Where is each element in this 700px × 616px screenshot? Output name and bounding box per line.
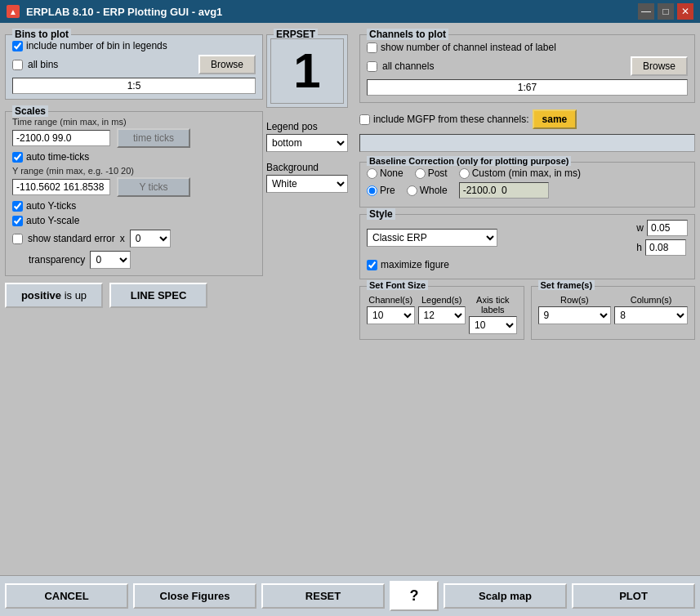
channels-value-input[interactable] [367, 79, 688, 96]
window-controls: — □ ✕ [638, 3, 693, 20]
frame-size-cols: Row(s) 9124 Column(s) 8124 [538, 295, 689, 324]
none-label: None [380, 167, 404, 179]
font-size-title: Set Font Size [367, 280, 428, 290]
all-bins-label: all bins [28, 59, 58, 70]
frame-size-title: Set frame(s) [538, 280, 595, 290]
time-range-row: time ticks [12, 128, 256, 148]
w-label: w [636, 222, 644, 234]
cancel-button[interactable]: CANCEL [5, 583, 128, 609]
all-channels-checkbox[interactable] [367, 61, 377, 72]
line-spec-button[interactable]: LINE SPEC [109, 283, 207, 308]
auto-y-scale-checkbox[interactable] [12, 216, 23, 226]
same-button[interactable]: same [533, 109, 577, 129]
style-select[interactable]: Classic ERP Butterfly Topo [367, 229, 497, 247]
post-radio-item: Post [415, 167, 448, 179]
whole-radio[interactable] [407, 185, 417, 196]
bins-browse-button[interactable]: Browse [198, 55, 256, 74]
rows-select[interactable]: 9124 [538, 306, 612, 324]
custom-radio[interactable] [459, 168, 470, 179]
scales-title: Scales [12, 105, 48, 117]
maximize-button[interactable]: □ [658, 3, 674, 20]
channels-font-select[interactable]: 1081214 [367, 306, 415, 324]
scalp-map-button[interactable]: Scalp map [444, 583, 567, 609]
baseline-group: Baseline Correction (only for plotting p… [359, 162, 695, 208]
mgfp-checkbox[interactable] [359, 114, 370, 125]
include-number-label: include number of bin in legends [26, 40, 167, 51]
std-x-label: x [120, 233, 125, 244]
baseline-radio-row1: None Post Custom (min max, in ms) [367, 167, 688, 179]
style-select-row: Classic ERP Butterfly Topo w h [367, 220, 688, 256]
maximize-figure-checkbox[interactable] [367, 260, 377, 270]
all-channels-label: all channels [382, 60, 434, 72]
post-radio[interactable] [415, 168, 426, 179]
columns-select[interactable]: 8124 [614, 306, 688, 324]
channels-font-label: Channel(s) [367, 295, 415, 305]
reset-button[interactable]: RESET [261, 583, 385, 609]
close-figures-button[interactable]: Close Figures [133, 583, 256, 609]
positive-rest: is up [61, 289, 87, 301]
mgfp-input[interactable] [359, 134, 695, 152]
auto-time-ticks-label: auto time-ticks [26, 151, 89, 163]
pre-radio[interactable] [367, 185, 377, 196]
none-radio-item: None [367, 167, 404, 179]
transparency-label: transparency [29, 254, 85, 266]
rows-label: Row(s) [538, 295, 612, 305]
transparency-select[interactable]: 0 [90, 251, 131, 269]
include-number-checkbox[interactable] [12, 41, 23, 51]
channels-browse-button[interactable]: Browse [631, 56, 688, 76]
auto-y-ticks-row: auto Y-ticks [12, 200, 256, 212]
auto-y-ticks-checkbox[interactable] [12, 201, 23, 212]
show-number-label: show number of channel instead of label [381, 42, 556, 53]
erpset-group: ERPSET 1 [266, 34, 348, 108]
bins-value-input[interactable]: 1:5 [12, 78, 256, 94]
bottom-bar: CANCEL Close Figures RESET ? Scalp map P… [0, 575, 700, 616]
action-buttons-row: positive is up LINE SPEC [5, 283, 263, 308]
all-channels-row: all channels Browse [367, 56, 688, 76]
window-title: ERPLAB 8.10 - ERP Plotting GUI - avg1 [26, 6, 222, 18]
h-item: h [636, 239, 688, 256]
close-button[interactable]: ✕ [677, 3, 693, 20]
std-x-select[interactable]: 0 [130, 230, 171, 248]
channels-font-col: Channel(s) 1081214 [367, 295, 415, 334]
wh-inputs: w h [636, 220, 688, 256]
columns-col: Column(s) 8124 [614, 295, 688, 324]
auto-time-ticks-checkbox[interactable] [12, 152, 23, 163]
legend-font-select[interactable]: 1281014 [418, 306, 466, 324]
pre-radio-item: Pre [367, 185, 395, 196]
transparency-row: transparency 0 [12, 251, 256, 269]
y-ticks-button[interactable]: Y ticks [117, 177, 190, 197]
time-ticks-button[interactable]: time ticks [117, 128, 190, 148]
bins-group-title: Bins to plot [12, 29, 71, 40]
legend-font-col: Legend(s) 1281014 [418, 295, 466, 334]
mgfp-section: include MGFP from these channels: same [359, 109, 695, 152]
show-std-checkbox[interactable] [12, 234, 23, 244]
maximize-figure-label: maximize figure [381, 259, 449, 270]
axis-font-select[interactable]: 1081214 [469, 316, 517, 334]
baseline-custom-input[interactable] [459, 182, 549, 199]
y-range-row: Y ticks [12, 177, 256, 197]
minimize-button[interactable]: — [638, 3, 654, 20]
whole-radio-item: Whole [407, 185, 448, 196]
background-section: Background White Black Gray [266, 162, 348, 193]
main-window: ▲ ERPLAB 8.10 - ERP Plotting GUI - avg1 … [0, 0, 700, 616]
plot-button[interactable]: PLOT [572, 583, 695, 609]
w-input[interactable] [647, 220, 688, 236]
mgfp-label-row: include MGFP from these channels: same [359, 109, 695, 129]
positive-is-up-button[interactable]: positive is up [5, 283, 103, 308]
time-range-input[interactable] [12, 130, 110, 146]
legend-font-label: Legend(s) [418, 295, 466, 305]
font-frame-row: Set Font Size Channel(s) 1081214 Legend(… [359, 286, 695, 340]
scales-group: Scales Time range (min max, in ms) time … [5, 111, 263, 276]
show-number-checkbox[interactable] [367, 42, 377, 53]
h-input[interactable] [645, 239, 686, 256]
show-number-row: show number of channel instead of label [367, 42, 688, 53]
legend-pos-select[interactable]: bottom top left right none [266, 134, 348, 152]
question-button[interactable]: ? [390, 581, 439, 611]
erpset-display: 1 [270, 38, 344, 104]
legend-pos-section: Legend pos bottom top left right none [266, 121, 348, 152]
y-range-input[interactable] [12, 179, 110, 195]
none-radio[interactable] [367, 168, 377, 179]
auto-y-scale-label: auto Y-scale [26, 215, 79, 226]
all-bins-checkbox[interactable] [12, 60, 23, 70]
background-select[interactable]: White Black Gray [266, 175, 348, 193]
